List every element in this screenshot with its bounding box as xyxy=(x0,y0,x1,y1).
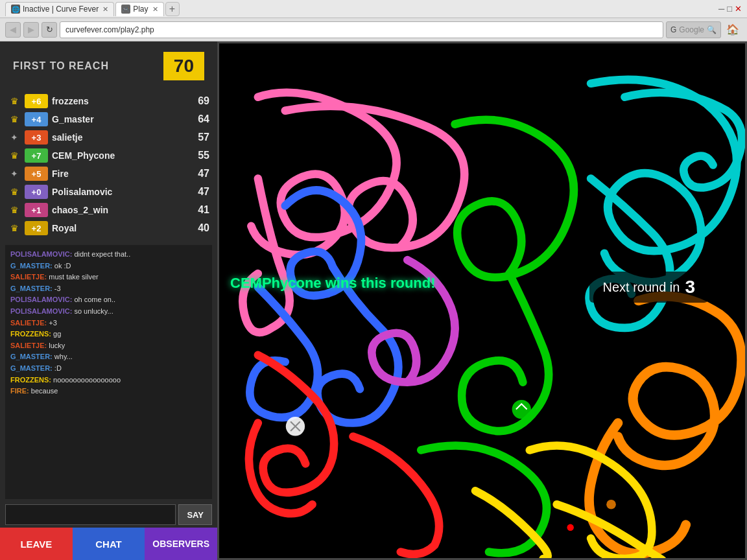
chat-username: SALIETJE: xyxy=(10,342,47,349)
target-score: 70 xyxy=(163,52,204,80)
svg-point-6 xyxy=(606,500,616,509)
chat-button[interactable]: CHAT xyxy=(73,528,145,560)
address-text: curvefever.com/play2.php xyxy=(65,25,154,34)
player-score: 69 xyxy=(189,95,209,107)
maximize-button[interactable]: □ xyxy=(727,4,732,14)
chat-username: SALIETJE: xyxy=(10,273,47,281)
chat-text: lucky xyxy=(47,342,65,349)
observers-button[interactable]: OBSERVERS xyxy=(145,528,217,560)
chat-message: SALIETJE: +3 xyxy=(10,318,207,329)
chat-input[interactable] xyxy=(5,504,176,525)
score-badge: +7 xyxy=(25,148,48,163)
new-tab-button[interactable]: + xyxy=(165,2,180,16)
chat-text: :D xyxy=(53,364,62,372)
chat-username: FROZZENS: xyxy=(10,376,51,384)
chat-username: POLISALAMOVIC: xyxy=(10,307,72,315)
home-button[interactable]: 🏠 xyxy=(724,21,742,39)
player-name: chaos_2_win xyxy=(52,205,185,215)
chat-text: didnt expect that.. xyxy=(72,250,130,258)
forward-button[interactable]: ▶ xyxy=(23,22,39,38)
player-name: G_master xyxy=(52,114,185,124)
crown-icon: ♛ xyxy=(8,96,21,106)
score-badge: +2 xyxy=(25,221,48,235)
score-badge: +0 xyxy=(25,185,48,199)
chat-text: why... xyxy=(53,353,73,360)
chat-message: POLISALAMOVIC: so unlucky... xyxy=(10,306,207,318)
player-score: 55 xyxy=(189,150,209,161)
chat-text: noooooooooooooooo xyxy=(51,376,121,384)
chat-username: SALIETJE: xyxy=(10,319,47,327)
player-name: salietje xyxy=(52,132,185,143)
chat-message: SALIETJE: must take silver xyxy=(10,272,207,283)
chat-username: FROZZENS: xyxy=(10,330,51,338)
chat-message: G_MASTER: why... xyxy=(10,351,207,363)
leave-button[interactable]: LEAVE xyxy=(0,528,73,560)
player-score: 47 xyxy=(189,186,209,198)
chat-message: FIRE: because xyxy=(10,386,207,397)
player-name: frozzens xyxy=(52,96,185,106)
score-badge: +3 xyxy=(25,130,48,145)
search-icon[interactable]: 🔍 xyxy=(707,25,717,34)
chat-message: FROZZENS: noooooooooooooooo xyxy=(10,375,207,386)
next-round-overlay: Next round in 3 xyxy=(589,272,708,303)
tab-close-inactive[interactable]: ✕ xyxy=(102,5,108,14)
tab-icon-play: 🎮 xyxy=(121,5,130,14)
chat-text: oh come on.. xyxy=(72,296,115,303)
chat-text: because xyxy=(29,387,58,395)
chat-message: G_MASTER: ok :D xyxy=(10,261,207,272)
chat-message: POLISALAMOVIC: oh come on.. xyxy=(10,294,207,306)
tab-inactive-curve-fever[interactable]: 🌐 Inactive | Curve Fever ✕ xyxy=(5,2,114,16)
chat-text: gg xyxy=(51,330,61,338)
player-row: ♛+6frozzens69 xyxy=(8,92,209,110)
player-row: ♛+0Polisalamovic47 xyxy=(8,183,209,201)
chat-username: G_MASTER: xyxy=(10,364,53,372)
chat-username: POLISALAMOVIC: xyxy=(10,296,72,303)
player-score: 64 xyxy=(189,113,209,125)
say-button[interactable]: SAY xyxy=(178,504,212,525)
chat-text: +3 xyxy=(47,319,57,327)
game-area: CEMPhycone wins this round! Next round i… xyxy=(217,41,747,560)
chat-username: POLISALAMOVIC: xyxy=(10,250,72,258)
player-name: Royal xyxy=(52,223,185,233)
score-badge: +5 xyxy=(25,167,48,181)
chat-text: -3 xyxy=(53,285,61,292)
player-score: 41 xyxy=(189,204,209,216)
player-row: ♛+1chaos_2_win41 xyxy=(8,201,209,219)
player-name: Polisalamovic xyxy=(52,187,185,197)
search-engine-icon: G xyxy=(670,25,676,34)
tab-play[interactable]: 🎮 Play ✕ xyxy=(115,2,163,16)
crown-icon: ♛ xyxy=(8,223,21,233)
player-score: 47 xyxy=(189,168,209,180)
player-score: 57 xyxy=(189,132,209,143)
search-placeholder: Google xyxy=(679,25,704,34)
player-score: 40 xyxy=(189,222,209,234)
chat-username: G_MASTER: xyxy=(10,285,53,292)
player-row: ✦+5Fire47 xyxy=(8,165,209,183)
score-badge: +4 xyxy=(25,112,48,126)
svg-point-4 xyxy=(512,400,531,419)
address-bar[interactable]: curvefever.com/play2.php xyxy=(60,21,663,38)
chat-message: G_MASTER: -3 xyxy=(10,283,207,295)
reload-button[interactable]: ↻ xyxy=(42,22,57,38)
chat-message: G_MASTER: :D xyxy=(10,363,207,375)
chat-text: must take silver xyxy=(47,273,98,281)
wing-icon: ✦ xyxy=(8,132,21,143)
player-row: ✦+3salietje57 xyxy=(8,128,209,146)
score-badge: +6 xyxy=(25,94,48,108)
tab-icon-inactive: 🌐 xyxy=(11,5,20,14)
player-row: ♛+4G_master64 xyxy=(8,110,209,128)
chat-text: so unlucky... xyxy=(72,307,113,315)
tab-close-play[interactable]: ✕ xyxy=(152,5,158,14)
chat-username: G_MASTER: xyxy=(10,262,53,270)
first-to-reach-label: FIRST TO REACH xyxy=(13,60,109,72)
close-button[interactable]: ✕ xyxy=(735,4,742,14)
tab-label-play: Play xyxy=(133,5,148,14)
minimize-button[interactable]: ─ xyxy=(718,4,724,14)
back-button[interactable]: ◀ xyxy=(5,22,21,38)
tab-label-inactive: Inactive | Curve Fever xyxy=(23,5,99,14)
chat-message: SALIETJE: lucky xyxy=(10,340,207,352)
wing-icon: ✦ xyxy=(8,169,21,179)
chat-username: G_MASTER: xyxy=(10,353,53,360)
score-badge: +1 xyxy=(25,203,48,217)
crown-icon: ♛ xyxy=(8,187,21,197)
